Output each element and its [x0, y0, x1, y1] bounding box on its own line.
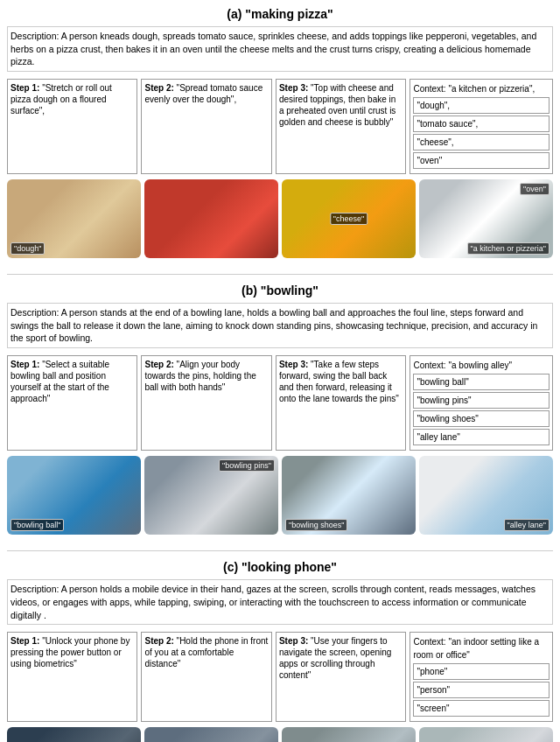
- step2-phone: Step 2: "Hold the phone in front of you …: [141, 632, 271, 722]
- section-bowling: (b) "bowling" Description: A person stan…: [7, 284, 553, 535]
- step3-bowling: Step 3: "Take a few steps forward, swing…: [276, 355, 406, 451]
- section-title-bowling: (b) "bowling": [7, 284, 553, 298]
- context-item-bowling-0: "bowling ball": [413, 374, 550, 390]
- step1-label-pizza: Step 1:: [10, 83, 39, 93]
- bowling-image-3: "bowling shoes": [282, 456, 416, 535]
- step2-label-pizza: Step 2:: [144, 83, 173, 93]
- bowling-image-4-label: "alley lane": [504, 519, 550, 531]
- bowling-image-2: "bowling pins": [144, 456, 278, 535]
- pizza-image-2: [144, 179, 278, 258]
- context-item-bowling-1: "bowling pins": [413, 392, 550, 409]
- pizza-image-4-label: "a kitchen or pizzeria": [467, 242, 550, 255]
- pizza-image-3-label: "cheese": [330, 213, 368, 225]
- step2-bowling: Step 2: "Align your body towards the pin…: [141, 355, 271, 451]
- section-looking-phone: (c) "looking phone" Description: A perso…: [7, 560, 553, 742]
- divider-1: [7, 274, 553, 275]
- description-bowling: Description: A person stands at the end …: [7, 303, 553, 348]
- bowling-image-1: "bowling ball": [7, 456, 141, 535]
- context-label-bowling: Context: "a bowling alley": [413, 360, 512, 370]
- step1-phone: Step 1: "Unlock your phone by pressing t…: [7, 632, 137, 722]
- context-item-bowling-3: "alley lane": [413, 429, 550, 445]
- context-label-pizza: Context: "a kitchen or pizzeria",: [413, 84, 535, 94]
- phone-image-1: "phone": [7, 727, 141, 742]
- pizza-image-4-label-power: "oven": [520, 183, 550, 195]
- description-pizza: Description: A person kneads dough, spre…: [7, 26, 553, 72]
- divider-2: [7, 550, 553, 551]
- images-row-pizza: "dough" "cheese" "oven" "a kitchen or pi…: [7, 179, 553, 258]
- images-row-bowling: "bowling ball" "bowling pins" "bowling s…: [7, 456, 553, 535]
- step2-pizza: Step 2: "Spread tomato sauce evenly over…: [141, 79, 271, 174]
- section-title-pizza: (a) "making pizza": [7, 7, 553, 21]
- context-item-pizza-3: "oven": [413, 152, 550, 169]
- context-item-pizza-2: "cheese",: [413, 134, 550, 150]
- pizza-image-3: "cheese": [282, 179, 416, 258]
- context-item-bowling-2: "bowling shoes": [413, 410, 550, 427]
- section-making-pizza: (a) "making pizza" Description: A person…: [7, 7, 553, 258]
- description-phone: Description: A person holds a mobile dev…: [7, 579, 553, 625]
- step3-label-pizza: Step 3:: [279, 83, 308, 93]
- images-row-phone: "phone" "person" "an indoor setting like…: [7, 727, 553, 742]
- phone-image-4: "an indoor setting like a room or office…: [419, 727, 553, 742]
- context-pizza: Context: "a kitchen or pizzeria", "dough…: [410, 79, 553, 174]
- step3-label-bowling: Step 3:: [279, 360, 308, 369]
- step1-label-phone: Step 1:: [10, 636, 39, 646]
- context-label-phone: Context: "an indoor setting like a room …: [413, 637, 539, 660]
- pizza-image-1-label: "dough": [10, 242, 45, 255]
- step3-label-phone: Step 3:: [279, 636, 308, 646]
- step1-pizza: Step 1: "Stretch or roll out pizza dough…: [7, 79, 137, 174]
- context-item-phone-1: "person": [413, 682, 550, 698]
- page: (a) "making pizza" Description: A person…: [0, 0, 560, 742]
- step2-label-phone: Step 2:: [144, 636, 173, 646]
- step2-label-bowling: Step 2:: [144, 360, 173, 369]
- context-phone: Context: "an indoor setting like a room …: [410, 632, 553, 722]
- phone-image-2: "person": [144, 727, 278, 742]
- section-title-phone: (c) "looking phone": [7, 560, 553, 574]
- bowling-image-2-label-pins: "bowling pins": [219, 459, 275, 472]
- bowling-image-3-label: "bowling shoes": [285, 519, 347, 531]
- steps-row-phone: Step 1: "Unlock your phone by pressing t…: [7, 632, 553, 722]
- step1-bowling: Step 1: "Select a suitable bowling ball …: [7, 355, 137, 451]
- bowling-image-4: "alley lane": [419, 456, 553, 535]
- context-item-phone-0: "phone": [413, 663, 550, 680]
- context-item-pizza-1: "tomato sauce",: [413, 116, 550, 132]
- steps-row-pizza: Step 1: "Stretch or roll out pizza dough…: [7, 79, 553, 174]
- pizza-image-4: "oven" "a kitchen or pizzeria": [419, 179, 553, 258]
- step3-phone: Step 3: "Use your fingers to navigate th…: [276, 632, 406, 722]
- pizza-image-1: "dough": [7, 179, 141, 258]
- step3-pizza: Step 3: "Top with cheese and desired top…: [276, 79, 406, 174]
- step1-label-bowling: Step 1:: [10, 360, 39, 369]
- phone-image-3: [282, 727, 416, 742]
- context-item-pizza-0: "dough",: [413, 97, 550, 114]
- context-bowling: Context: "a bowling alley" "bowling ball…: [410, 355, 553, 451]
- steps-row-bowling: Step 1: "Select a suitable bowling ball …: [7, 355, 553, 451]
- bowling-image-1-label: "bowling ball": [10, 519, 64, 531]
- context-item-phone-2: "screen": [413, 700, 550, 717]
